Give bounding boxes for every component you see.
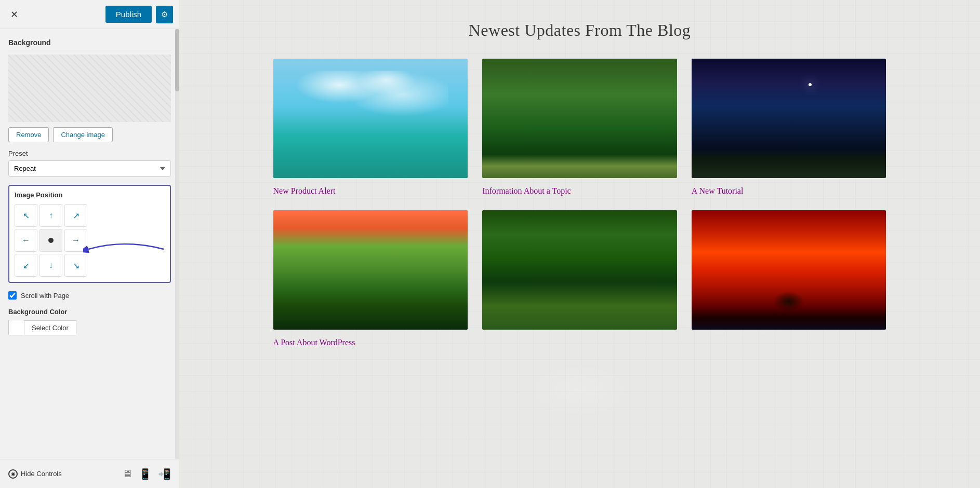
hide-controls-icon: ◉ [8,469,18,479]
pos-center[interactable] [39,229,62,252]
scroll-with-page-row: Scroll with Page [8,291,171,300]
settings-button[interactable]: ⚙ [156,6,173,23]
preset-select[interactable]: Repeat Cover Contain No Repeat [8,160,171,177]
pos-bottom-left[interactable]: ↙ [15,254,37,277]
tablet-view-button[interactable]: 📱 [139,468,152,480]
image-action-buttons: Remove Change image [8,127,171,142]
blog-card-2-link[interactable]: Information About a Topic [482,186,677,196]
remove-button[interactable]: Remove [8,127,49,142]
pos-top-center[interactable]: ↑ [39,204,62,227]
panel-content: Background Remove Change image Preset Re… [0,29,179,459]
blog-grid: New Product Alert Information About a To… [273,59,886,347]
blog-card-2: Information About a Topic [482,59,677,196]
color-select-row: Select Color [8,320,171,335]
hide-controls-label: Hide Controls [21,470,62,478]
blog-card-4-image [273,210,468,330]
blog-card-3-link[interactable]: A New Tutorial [692,186,886,196]
top-bar: ✕ Publish ⚙ [0,0,179,29]
blog-card-1: New Product Alert [273,59,468,196]
desktop-view-button[interactable]: 🖥 [122,468,133,480]
blog-card-1-link[interactable]: New Product Alert [273,186,468,196]
publish-button[interactable]: Publish [105,6,152,23]
left-panel: ✕ Publish ⚙ Background Remove Change ima… [0,0,179,488]
pos-top-right[interactable]: ↗ [64,204,87,227]
scrollbar-track[interactable] [175,29,179,459]
background-preview [8,55,171,122]
blog-card-3-image [692,59,886,178]
scroll-label: Scroll with Page [21,292,69,300]
center-dot [48,238,54,243]
image-position-box: Image Position ↖ ↑ ↗ ← → ↙ ↓ ↘ [8,185,171,283]
image-position-title: Image Position [15,191,165,199]
blog-section-title: Newest Updates From The Blog [200,21,959,40]
close-button[interactable]: ✕ [6,7,22,22]
mobile-view-button[interactable]: 📲 [158,468,171,480]
pos-top-left[interactable]: ↖ [15,204,37,227]
blog-card-2-image [482,59,677,178]
hide-controls-button[interactable]: ◉ Hide Controls [8,469,62,479]
pos-middle-right[interactable]: → [64,229,87,252]
bottom-bar: ◉ Hide Controls 🖥 📱 📲 [0,459,179,488]
blog-card-4: A Post About WordPress [273,210,468,347]
preset-label: Preset [8,150,171,157]
position-grid: ↖ ↑ ↗ ← → ↙ ↓ ↘ [15,204,87,277]
section-title: Background [8,35,171,50]
select-color-button[interactable]: Select Color [24,320,76,335]
scrollbar-thumb[interactable] [175,29,179,91]
main-area: Newest Updates From The Blog New Product… [179,0,980,488]
blog-card-1-image [273,59,468,178]
blog-card-6 [692,210,886,347]
bg-color-label: Background Color [8,308,171,316]
blog-card-5-image [482,210,677,330]
scroll-checkbox[interactable] [8,291,17,300]
blog-card-6-image [692,210,886,330]
blog-card-4-link[interactable]: A Post About WordPress [273,338,468,347]
pos-bottom-center[interactable]: ↓ [39,254,62,277]
view-icons: 🖥 📱 📲 [122,468,171,480]
blog-card-3: A New Tutorial [692,59,886,196]
blog-card-5 [482,210,677,347]
pos-middle-left[interactable]: ← [15,229,37,252]
pos-bottom-right[interactable]: ↘ [64,254,87,277]
change-image-button[interactable]: Change image [53,127,113,142]
color-swatch[interactable] [8,320,24,335]
